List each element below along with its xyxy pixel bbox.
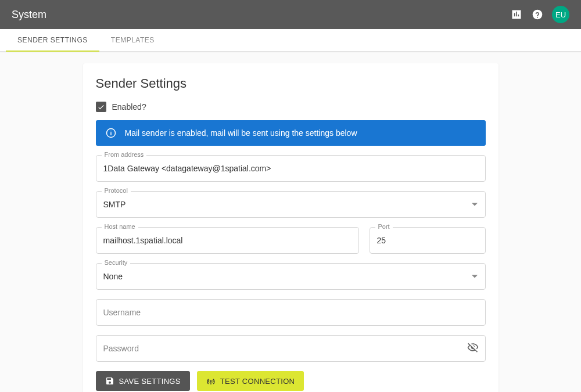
- banner-text: Mail sender is enabled, mail will be sen…: [125, 128, 357, 138]
- save-icon: [105, 376, 114, 386]
- page: Sender Settings Enabled? Mail sender is …: [0, 52, 581, 392]
- username-field: [96, 299, 486, 326]
- port-field: Port: [370, 227, 486, 254]
- port-label: Port: [375, 223, 393, 230]
- host-label: Host name: [102, 223, 138, 230]
- tab-sender-settings[interactable]: SENDER SETTINGS: [6, 29, 99, 51]
- action-row: SAVE SETTINGS TEST CONNECTION: [96, 371, 486, 391]
- host-input[interactable]: [96, 227, 359, 254]
- topbar: System EU: [0, 0, 581, 29]
- from-input[interactable]: [96, 155, 486, 182]
- from-label: From address: [102, 151, 147, 158]
- security-field: Security: [96, 263, 486, 290]
- help-icon[interactable]: [531, 8, 544, 21]
- info-banner: Mail sender is enabled, mail will be sen…: [96, 120, 486, 146]
- security-select[interactable]: [96, 263, 486, 290]
- enabled-row: Enabled?: [96, 102, 486, 112]
- protocol-select[interactable]: [96, 191, 486, 218]
- host-port-row: Host name Port: [96, 227, 486, 263]
- tabs: SENDER SETTINGS TEMPLATES: [0, 29, 581, 52]
- broadcast-icon: [206, 376, 216, 386]
- test-button[interactable]: TEST CONNECTION: [197, 371, 304, 391]
- protocol-label: Protocol: [102, 187, 131, 194]
- protocol-field: Protocol: [96, 191, 486, 218]
- tab-templates[interactable]: TEMPLATES: [99, 29, 166, 51]
- save-button-label: SAVE SETTINGS: [119, 377, 181, 386]
- password-input[interactable]: [96, 335, 486, 362]
- password-field: [96, 335, 486, 362]
- enabled-checkbox[interactable]: [96, 102, 106, 112]
- port-input[interactable]: [370, 227, 486, 254]
- svg-point-1: [110, 131, 111, 131]
- visibility-off-icon[interactable]: [467, 341, 479, 355]
- enabled-label: Enabled?: [112, 102, 146, 112]
- host-field: Host name: [96, 227, 359, 254]
- user-avatar[interactable]: EU: [552, 6, 569, 23]
- page-title: Sender Settings: [96, 76, 486, 91]
- username-input[interactable]: [96, 299, 486, 326]
- from-field: From address: [96, 155, 486, 182]
- info-icon: [105, 127, 117, 139]
- settings-card: Sender Settings Enabled? Mail sender is …: [83, 63, 498, 392]
- analytics-icon[interactable]: [510, 8, 523, 21]
- test-button-label: TEST CONNECTION: [220, 377, 295, 386]
- security-label: Security: [102, 259, 131, 266]
- save-button[interactable]: SAVE SETTINGS: [96, 371, 190, 391]
- topbar-actions: EU: [510, 6, 569, 23]
- topbar-title: System: [12, 9, 510, 21]
